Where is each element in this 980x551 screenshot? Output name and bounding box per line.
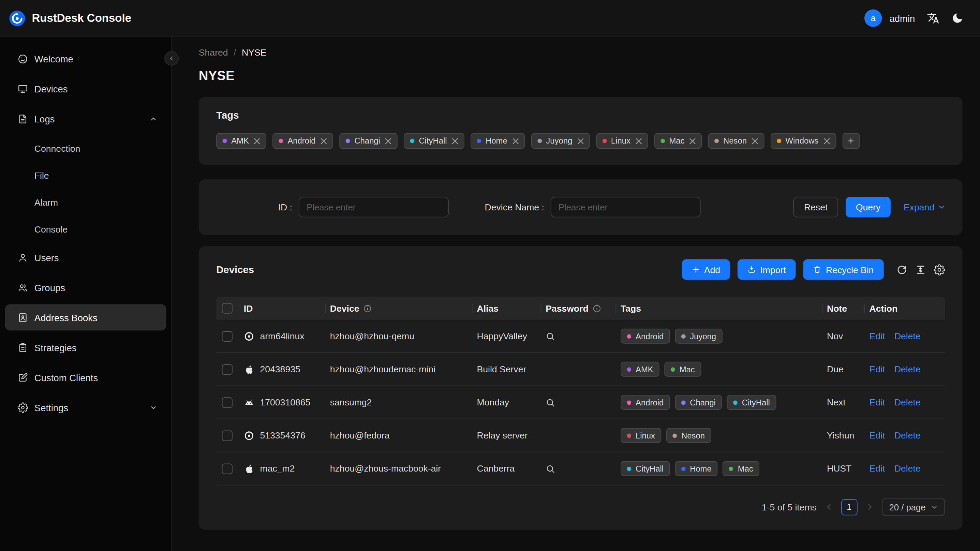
sidebar-item-label: Welcome [35, 54, 73, 64]
close-icon[interactable] [824, 138, 830, 144]
sidebar-item-groups[interactable]: Groups [5, 274, 166, 300]
tag-label: Linux [636, 431, 655, 440]
import-button[interactable]: Import [738, 259, 796, 280]
tag-chip: Linux [620, 428, 661, 443]
close-icon[interactable] [254, 138, 260, 144]
page-size-select[interactable]: 20 / page [882, 498, 945, 516]
tag-chip[interactable]: Neson [708, 133, 764, 149]
delete-link[interactable]: Delete [894, 463, 921, 473]
sidebar-item-settings[interactable]: Settings [5, 394, 166, 420]
reset-button[interactable]: Reset [794, 197, 838, 217]
page-number-button[interactable]: 1 [841, 499, 857, 515]
user-avatar[interactable]: a [864, 9, 882, 27]
sidebar-subitem-alarm[interactable]: Alarm [5, 189, 166, 215]
tag-chip[interactable]: Mac [654, 133, 702, 149]
edit-link[interactable]: Edit [870, 463, 885, 473]
sidebar-item-devices[interactable]: Devices [5, 76, 166, 102]
column-header-id: ID [239, 303, 325, 313]
row-checkbox[interactable] [222, 463, 232, 474]
tag-chip[interactable]: Windows [771, 133, 836, 149]
edit-link[interactable]: Edit [870, 364, 885, 374]
close-icon[interactable] [577, 138, 584, 144]
tag-chip[interactable]: Android [272, 133, 333, 149]
tag-color-dot [627, 433, 631, 438]
table-row: 20438935 hzhou@hzhoudemac-mini Build Ser… [216, 353, 945, 386]
delete-link[interactable]: Delete [894, 364, 921, 374]
tag-color-dot [673, 433, 677, 438]
sidebar-item-address-books[interactable]: Address Books [5, 304, 166, 330]
breadcrumb-shared-link[interactable]: Shared [199, 48, 228, 57]
row-checkbox[interactable] [222, 430, 232, 441]
close-icon[interactable] [512, 138, 518, 144]
device-name-input[interactable] [550, 197, 700, 217]
recycle-bin-button[interactable]: Recycle Bin [803, 259, 884, 280]
sidebar-subitem-console[interactable]: Console [5, 216, 166, 242]
tag-color-dot [733, 400, 738, 405]
edit-link[interactable]: Edit [870, 430, 885, 440]
close-icon[interactable] [385, 138, 391, 144]
device-name: hzhou@zhous-macbook-air [325, 463, 472, 473]
add-device-button[interactable]: Add [682, 259, 730, 280]
sidebar-subitem-file[interactable]: File [5, 162, 166, 188]
tag-chip[interactable]: Juyong [531, 133, 590, 149]
sidebar-subitem-connection[interactable]: Connection [5, 136, 166, 161]
tag-chip[interactable]: Home [471, 133, 525, 149]
translate-icon[interactable] [927, 12, 939, 25]
edit-link[interactable]: Edit [870, 331, 885, 341]
tag-chip[interactable]: Linux [596, 133, 648, 149]
row-checkbox[interactable] [222, 397, 232, 408]
select-all-checkbox[interactable] [222, 303, 232, 314]
refresh-icon[interactable] [896, 264, 907, 275]
search-icon[interactable] [546, 464, 555, 473]
edit-link[interactable]: Edit [870, 397, 885, 407]
add-tag-button[interactable] [842, 133, 860, 149]
tag-chip[interactable]: CityHall [404, 133, 464, 149]
close-icon[interactable] [452, 138, 458, 144]
row-checkbox[interactable] [222, 364, 232, 374]
gear-icon[interactable] [934, 264, 945, 275]
tag-label: Changi [690, 398, 716, 407]
pagination: 1-5 of 5 items 1 20 / page [216, 498, 945, 516]
tag-label: Android [636, 398, 663, 407]
filter-card: ID : Device Name : Reset Query Expand [199, 179, 963, 235]
next-page-icon[interactable] [865, 503, 873, 511]
query-button[interactable]: Query [846, 197, 891, 217]
tag-label: Linux [611, 136, 630, 145]
search-icon[interactable] [546, 331, 555, 341]
device-name: sansumg2 [325, 397, 472, 407]
sidebar-item-strategies[interactable]: Strategies [5, 334, 166, 360]
sidebar-item-logs[interactable]: Logs [5, 106, 166, 132]
tag-label: Neson [723, 136, 747, 145]
sidebar: Welcome Devices Logs Connection [0, 37, 172, 551]
tag-color-dot [660, 139, 665, 143]
tag-color-dot [729, 467, 733, 471]
delete-link[interactable]: Delete [894, 397, 921, 407]
close-icon[interactable] [321, 138, 327, 144]
previous-page-icon[interactable] [825, 503, 833, 511]
tag-color-dot [223, 139, 227, 143]
sidebar-item-users[interactable]: Users [5, 244, 166, 271]
sidebar-item-welcome[interactable]: Welcome [5, 46, 166, 72]
close-icon[interactable] [689, 138, 695, 144]
moon-icon[interactable] [951, 12, 964, 25]
delete-link[interactable]: Delete [894, 430, 921, 440]
close-icon[interactable] [752, 138, 758, 144]
close-icon[interactable] [635, 138, 641, 144]
sidebar-item-custom-clients[interactable]: Custom Clients [5, 364, 166, 390]
tag-color-dot [671, 367, 675, 371]
tag-color-dot [627, 400, 631, 405]
sidebar-item-label: Strategies [35, 342, 77, 353]
column-height-icon[interactable] [915, 264, 926, 275]
tag-label: AMK [231, 136, 249, 145]
sidebar-collapse-button[interactable] [164, 51, 179, 65]
row-checkbox[interactable] [222, 331, 232, 341]
expand-link[interactable]: Expand [904, 202, 945, 212]
tag-chip[interactable]: AMK [216, 133, 266, 149]
user-name[interactable]: admin [889, 13, 915, 24]
apple-icon [244, 463, 255, 474]
tag-chip[interactable]: Changi [339, 133, 398, 149]
tag-color-dot [602, 139, 607, 143]
search-icon[interactable] [546, 398, 555, 407]
id-input[interactable] [298, 197, 449, 217]
delete-link[interactable]: Delete [894, 331, 921, 341]
